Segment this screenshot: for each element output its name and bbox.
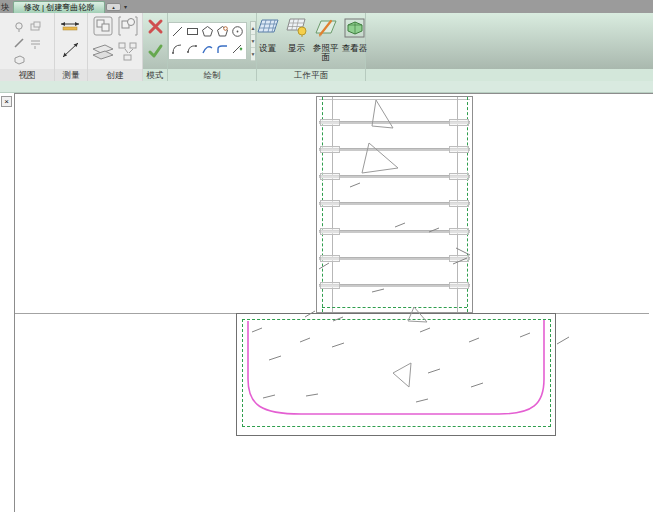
pick-lines-icon[interactable]: [231, 41, 244, 59]
canvas-left-strip: ×: [0, 93, 14, 518]
aligned-dimension-icon[interactable]: [59, 18, 83, 36]
panel-view: 视图: [0, 13, 55, 81]
panel-label-workplane: 工作平面: [257, 69, 365, 81]
floor-band: [319, 202, 470, 205]
sketch-tick: [557, 337, 569, 344]
boundary-dashed-rect: [242, 319, 551, 427]
draw-start-end-radius-arc-icon[interactable]: [171, 41, 184, 59]
workplane-set-label: 设置: [255, 44, 281, 53]
hide-elements-icon[interactable]: [29, 20, 42, 31]
tab-modify-create-profile[interactable]: 修改 | 创建弯曲轮廓: [13, 1, 105, 13]
draw-line-icon[interactable]: [171, 24, 184, 42]
create-assembly-icon[interactable]: [116, 41, 140, 67]
ribbon-minimize-dropdown-icon[interactable]: ▾: [124, 3, 127, 11]
workplane-viewer-button[interactable]: 查看器: [342, 17, 368, 53]
panel-mode: 模式: [143, 13, 168, 81]
workplane-refplane-label: 参照平面: [313, 44, 339, 63]
floor-band: [319, 284, 470, 287]
close-view-button[interactable]: ×: [1, 96, 12, 107]
ribbon-tab-bar: 块 修改 | 创建弯曲轮廓 ▴ ▾: [0, 0, 653, 13]
floor-band: [319, 121, 470, 124]
cut-profile-icon[interactable]: [29, 36, 42, 47]
workplane-show-label: 显示: [284, 44, 310, 53]
draw-fillet-arc-icon[interactable]: [216, 41, 229, 59]
elevation-view-shape: [316, 96, 473, 313]
floor-band: [319, 230, 470, 233]
create-parts-icon[interactable]: [91, 41, 115, 67]
show-workplane-icon: [285, 17, 309, 43]
workplane-show-button[interactable]: 显示: [284, 17, 310, 53]
set-workplane-icon: [256, 17, 280, 43]
panel-label-draw: 绘制: [168, 69, 256, 81]
app-window: 块 修改 | 创建弯曲轮廓 ▴ ▾: [0, 0, 653, 518]
elevation-top-edge: [319, 99, 470, 100]
create-group-icon[interactable]: [92, 15, 114, 41]
viewer-icon: [343, 17, 367, 43]
draw-center-ends-arc-icon[interactable]: [186, 41, 199, 59]
reference-plane-icon: [314, 17, 338, 43]
panel-workplane: 设置 显示 参照平面 查看器 工作平面: [257, 13, 366, 81]
view-box-icon[interactable]: [13, 52, 26, 63]
previous-tab-partial[interactable]: 块: [1, 1, 10, 13]
options-bar: [0, 81, 653, 93]
create-similar-icon[interactable]: [117, 15, 139, 41]
draw-circle-icon[interactable]: [231, 24, 244, 42]
cancel-sketch-icon[interactable]: [147, 18, 164, 39]
workplane-viewer-label: 查看器: [342, 44, 368, 53]
finish-sketch-icon[interactable]: [147, 43, 164, 64]
ribbon: 视图 测量: [0, 13, 653, 81]
ribbon-empty-area: [366, 13, 653, 81]
draw-inscribed-polygon-icon[interactable]: [201, 24, 214, 42]
panel-label-view: 视图: [0, 69, 54, 81]
floor-band: [319, 257, 470, 260]
drawing-canvas[interactable]: [14, 93, 653, 512]
panel-draw: ▲ ▼ ▼ 绘制: [168, 13, 257, 81]
angular-dimension-icon[interactable]: [59, 40, 83, 64]
lightbulb-icon[interactable]: [13, 20, 26, 31]
floor-band: [319, 148, 470, 151]
workplane-set-button[interactable]: 设置: [255, 17, 281, 53]
panel-label-mode: 模式: [143, 69, 167, 81]
boundary-dashed-bottom: [322, 307, 467, 308]
draw-tangent-arc-icon[interactable]: [201, 41, 214, 59]
panel-label-create: 创建: [88, 69, 142, 81]
draw-rectangle-icon[interactable]: [186, 24, 199, 42]
draw-tools-gallery: [168, 22, 247, 60]
floor-band: [319, 175, 470, 178]
profile-sketch-rect: [236, 313, 556, 436]
workplane-refplane-button[interactable]: 参照平面: [313, 17, 339, 63]
panel-measure: 测量: [55, 13, 88, 81]
panel-label-measure: 测量: [55, 69, 87, 81]
draw-circumscribed-polygon-icon[interactable]: [216, 24, 229, 42]
panel-create: 创建: [88, 13, 143, 81]
linework-pencil-icon[interactable]: [13, 36, 26, 47]
ribbon-minimize-button[interactable]: ▴: [106, 3, 121, 11]
